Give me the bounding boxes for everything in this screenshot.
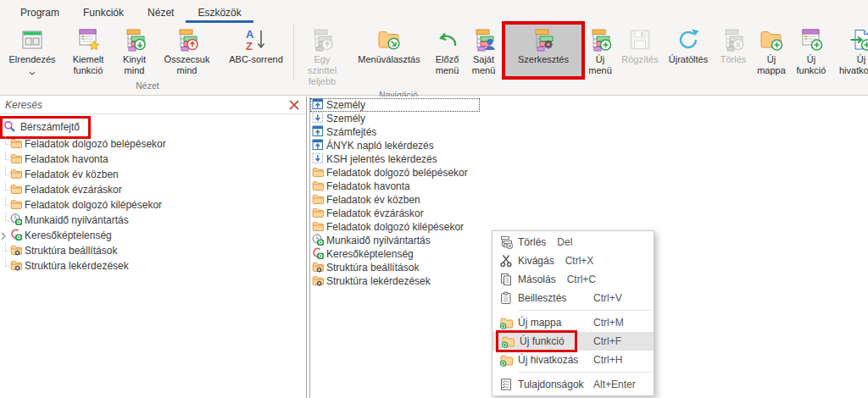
previous-menu-icon xyxy=(435,26,460,53)
list-item[interactable]: Feladatok évzáráskor xyxy=(310,207,868,220)
list-item[interactable]: Feladatok év közben xyxy=(310,193,868,207)
elozo-menu-button[interactable]: Előző menü xyxy=(429,24,465,88)
list-item[interactable]: ÁNYK napló lekérdezés xyxy=(310,139,868,152)
menu-up-icon xyxy=(312,139,324,153)
save-icon xyxy=(627,26,653,53)
search-panel: Keresés Bérszámfejtő Feladatok dolgozó b… xyxy=(0,97,306,398)
uj-mappa-button[interactable]: Új mappa xyxy=(752,24,791,77)
folder-icon xyxy=(312,166,324,180)
elrendezes-button[interactable]: Elrendezés xyxy=(3,24,62,79)
tree-item[interactable]: Struktúra lekérdezések xyxy=(0,258,306,274)
folder-icon xyxy=(10,183,22,197)
new-menu-icon xyxy=(587,26,613,53)
osszecsuk-mind-button[interactable]: Összecsuk mind xyxy=(154,24,220,79)
tree-root-berszamfejto[interactable]: Bérszámfejtő xyxy=(0,118,306,136)
tree-item[interactable]: Feladatok havonta xyxy=(0,152,306,167)
uj-menu-button[interactable]: Új menü xyxy=(582,24,618,77)
sick-leave-icon xyxy=(10,229,22,243)
ribbon-group-nezet: Elrendezés Kiemelt funkció Kinyit mind Ö… xyxy=(2,23,293,80)
folder-icon xyxy=(10,198,22,213)
menu-item-uj-funkcio[interactable]: Új funkció Ctrl+F xyxy=(492,332,654,351)
shortcut-label: Ctrl+X xyxy=(565,255,594,267)
tree-item[interactable]: Feladatok dolgozó kilépésekor xyxy=(0,197,306,213)
ribbon: Program Funkciók Nézet Eszközök Elrendez… xyxy=(0,0,868,96)
tree-item[interactable]: Feladatok év közben xyxy=(0,167,306,182)
list-item[interactable]: Személy xyxy=(310,112,868,125)
sick-leave-icon xyxy=(312,247,324,262)
folder-gear-icon xyxy=(10,259,22,274)
collapse-all-icon xyxy=(175,26,200,53)
delete-small-icon xyxy=(498,235,513,249)
folder-gear-icon xyxy=(10,244,22,258)
new-folder-small-icon xyxy=(498,353,513,367)
shortcut-label: Ctrl+V xyxy=(593,292,646,304)
chevron-down-icon xyxy=(29,66,36,78)
chevron-right-icon[interactable] xyxy=(1,231,6,243)
my-menu-icon xyxy=(471,26,497,53)
egy-szinttel-feljebb-button: Egy szinttel feljebb xyxy=(295,24,349,88)
torles-button: Törlés xyxy=(715,24,752,77)
tree-item[interactable]: Keresőképtelenség xyxy=(0,228,306,243)
menu-item-torles[interactable]: Törlés Del xyxy=(492,233,654,252)
tab-funkciok[interactable]: Funkciók xyxy=(71,3,136,23)
folder-icon xyxy=(10,152,22,167)
kinyit-mind-button[interactable]: Kinyit mind xyxy=(114,24,154,79)
sajat-menu-button[interactable]: Saját menü xyxy=(465,24,502,88)
folder-gear-icon xyxy=(312,261,324,275)
level-up-icon xyxy=(309,26,335,53)
expand-all-icon xyxy=(122,26,147,53)
new-folder-small-icon xyxy=(500,334,515,348)
menu-separator xyxy=(518,372,652,373)
folder-icon xyxy=(312,193,324,207)
tree-item[interactable]: Struktúra beállítások xyxy=(0,243,306,258)
menu-separator xyxy=(518,310,652,311)
menu-select-icon xyxy=(376,26,402,53)
list-item[interactable]: KSH jelentés lekérdezés xyxy=(310,152,868,166)
menu-item-beillesztes[interactable]: Beillesztés Ctrl+V xyxy=(492,289,654,307)
menu-down-icon xyxy=(312,152,324,167)
list-item[interactable]: Feladatok dolgozó belépésekor xyxy=(310,166,868,180)
menu-item-kivagas[interactable]: Kivágás Ctrl+X xyxy=(492,252,654,270)
szerkesztes-button[interactable]: Szerkesztés xyxy=(504,24,582,77)
ujratoltes-button[interactable]: Újratöltés xyxy=(662,24,715,77)
shortcut-label: Ctrl+H xyxy=(593,354,646,366)
menu-item-uj-hivatkozas[interactable]: Új hivatkozás Ctrl+H xyxy=(492,351,654,369)
tree-item[interactable]: Feladatok dolgozó belépésekor xyxy=(0,136,306,152)
close-icon[interactable] xyxy=(287,98,301,112)
new-function-icon xyxy=(798,26,824,53)
list-item[interactable]: Számfejtés xyxy=(310,125,868,139)
shortcut-label: Alt+Enter xyxy=(593,379,646,390)
tree-item[interactable]: Munkaidő nyilvántartás xyxy=(0,213,306,228)
menuvalasztas-button[interactable]: Menüválasztás xyxy=(349,24,429,88)
tree-item[interactable]: Feladatok évzáráskor xyxy=(0,182,306,197)
delete-tree-icon xyxy=(721,26,746,53)
new-link-icon xyxy=(849,26,868,53)
menu-item-uj-mappa[interactable]: Új mappa Ctrl+M xyxy=(492,313,654,332)
search-icon xyxy=(3,120,15,135)
menu-item-masolas[interactable]: Másolás Ctrl+C xyxy=(492,270,654,289)
shortcut-label: Del xyxy=(557,236,572,248)
copy-icon xyxy=(498,273,513,286)
cut-icon xyxy=(498,254,513,268)
menu-up-icon xyxy=(312,125,324,140)
uj-hivatkozas-button[interactable]: Új hivatkozás xyxy=(832,24,868,77)
shortcut-label: Ctrl+F xyxy=(593,335,646,347)
list-item[interactable]: Feladatok havonta xyxy=(310,180,868,193)
menu-item-tulajdonsagok[interactable]: Tulajdonságok Alt+Enter xyxy=(492,375,654,394)
tab-program[interactable]: Program xyxy=(8,3,71,23)
menu-up-icon xyxy=(312,98,324,113)
shortcut-label: Ctrl+C xyxy=(567,274,596,285)
abc-sorrend-button[interactable]: AZ ABC-sorrend xyxy=(220,24,292,79)
tab-nezet[interactable]: Nézet xyxy=(136,3,186,23)
az-sort-icon: AZ xyxy=(243,26,269,53)
new-folder-small-icon xyxy=(498,316,513,329)
layout-icon xyxy=(19,26,45,53)
kiemelt-funkcio-button[interactable]: Kiemelt funkció xyxy=(62,24,114,79)
list-item[interactable]: Személy xyxy=(310,98,480,112)
featured-function-icon xyxy=(75,26,101,53)
uj-funkcio-button[interactable]: Új funkció xyxy=(791,24,832,77)
svg-text:Z: Z xyxy=(246,40,253,53)
svg-text:A: A xyxy=(246,28,254,41)
context-menu: Törlés Del Kivágás Ctrl+X Másolás Ctrl+C… xyxy=(492,230,654,396)
tab-eszkozok[interactable]: Eszközök xyxy=(186,3,253,23)
